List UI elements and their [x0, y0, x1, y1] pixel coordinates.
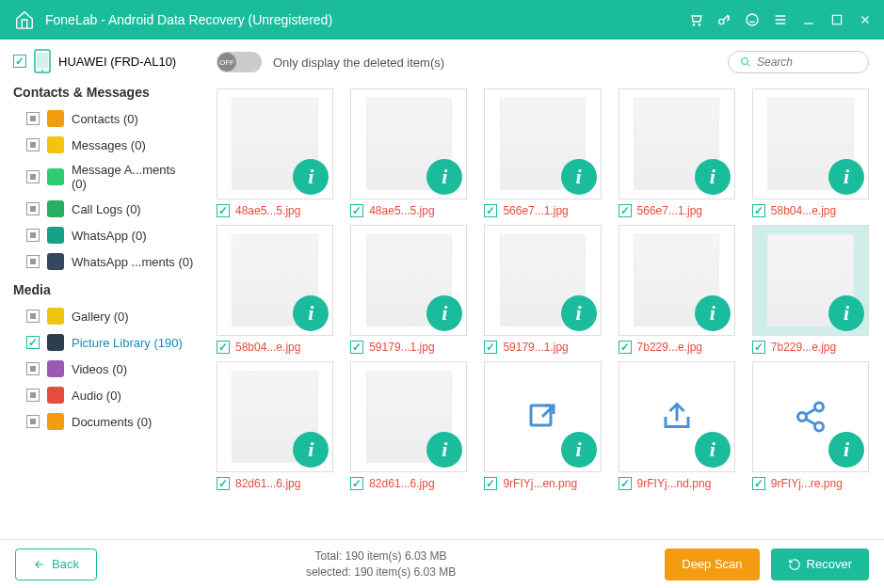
category-checkbox[interactable]	[26, 170, 40, 183]
thumbnail-checkbox[interactable]	[217, 477, 230, 490]
thumbnail-cell[interactable]: i58b04...e.jpg	[217, 225, 333, 354]
thumbnail-checkbox[interactable]	[484, 477, 497, 490]
info-badge-icon[interactable]: i	[695, 295, 731, 331]
device-checkbox[interactable]	[13, 55, 26, 68]
thumbnail-checkbox[interactable]	[752, 477, 765, 490]
thumbnail-checkbox[interactable]	[484, 341, 497, 354]
info-badge-icon[interactable]: i	[828, 432, 864, 468]
info-badge-icon[interactable]: i	[426, 432, 462, 468]
thumbnail-image[interactable]: i	[484, 361, 601, 472]
category-checkbox[interactable]	[26, 229, 40, 242]
thumbnail-cell[interactable]: i9rFIYj...nd.png	[619, 361, 735, 490]
category-checkbox[interactable]	[26, 389, 40, 402]
thumbnail-checkbox[interactable]	[619, 204, 632, 217]
maximize-icon[interactable]	[829, 12, 844, 27]
info-badge-icon[interactable]: i	[695, 432, 731, 468]
category-row[interactable]: Documents (0)	[13, 408, 194, 435]
info-badge-icon[interactable]: i	[426, 159, 462, 195]
recover-button[interactable]: Recover	[771, 548, 869, 580]
thumbnail-image[interactable]: i	[752, 361, 869, 472]
category-checkbox[interactable]	[26, 362, 40, 375]
category-row[interactable]: Videos (0)	[13, 356, 194, 382]
thumbnail-image[interactable]: i	[752, 88, 869, 199]
thumbnail-checkbox[interactable]	[752, 341, 765, 354]
thumbnail-image[interactable]: i	[752, 225, 869, 336]
category-row[interactable]: Gallery (0)	[13, 303, 194, 329]
thumbnail-image[interactable]: i	[619, 225, 735, 336]
category-row[interactable]: WhatsApp ...ments (0)	[13, 248, 194, 275]
info-badge-icon[interactable]: i	[828, 295, 864, 331]
category-row[interactable]: Message A...ments (0)	[13, 158, 194, 196]
thumbnail-image[interactable]: i	[217, 88, 333, 199]
thumbnail-cell[interactable]: i59179...1.jpg	[484, 225, 601, 354]
category-checkbox[interactable]	[26, 138, 40, 151]
thumbnail-checkbox[interactable]	[752, 204, 765, 217]
thumbnail-cell[interactable]: i566e7...1.jpg	[484, 88, 601, 217]
category-row[interactable]: Call Logs (0)	[13, 196, 194, 222]
thumbnail-label-row: 82d61...6.jpg	[350, 477, 467, 490]
thumbnail-checkbox[interactable]	[350, 341, 363, 354]
category-checkbox[interactable]	[26, 255, 40, 268]
cart-icon[interactable]	[688, 12, 703, 27]
thumbnail-cell[interactable]: i59179...1.jpg	[350, 225, 467, 354]
info-badge-icon[interactable]: i	[695, 159, 731, 195]
category-row[interactable]: Messages (0)	[13, 132, 194, 158]
minimize-icon[interactable]	[801, 12, 816, 27]
thumbnail-image[interactable]: i	[217, 225, 333, 336]
category-checkbox[interactable]	[26, 310, 40, 323]
category-row[interactable]: Picture Library (190)	[13, 329, 194, 356]
key-icon[interactable]	[716, 12, 731, 27]
thumbnail-image[interactable]: i	[350, 225, 467, 336]
thumbnail-checkbox[interactable]	[350, 477, 363, 490]
thumbnail-checkbox[interactable]	[217, 204, 230, 217]
info-badge-icon[interactable]: i	[426, 295, 462, 331]
thumbnail-checkbox[interactable]	[350, 204, 363, 217]
thumbnail-cell[interactable]: i9rFIYj...re.png	[752, 361, 869, 490]
thumbnail-cell[interactable]: i566e7...1.jpg	[619, 88, 735, 217]
feedback-icon[interactable]	[745, 12, 760, 27]
info-badge-icon[interactable]: i	[293, 295, 329, 331]
info-badge-icon[interactable]: i	[293, 432, 329, 468]
deleted-filter-toggle[interactable]: OFF	[217, 52, 262, 72]
category-row[interactable]: Contacts (0)	[13, 105, 194, 132]
thumbnail-cell[interactable]: i7b229...e.jpg	[752, 225, 869, 354]
category-checkbox[interactable]	[26, 415, 40, 428]
category-icon	[47, 110, 64, 127]
thumbnail-image[interactable]: i	[619, 88, 735, 199]
thumbnail-cell[interactable]: i7b229...e.jpg	[619, 225, 735, 354]
thumbnail-cell[interactable]: i82d61...6.jpg	[217, 361, 333, 490]
thumbnail-image[interactable]: i	[619, 361, 735, 472]
thumbnail-cell[interactable]: i9rFIYj...en.png	[484, 361, 601, 490]
thumbnail-cell[interactable]: i48ae5...5.jpg	[350, 88, 467, 217]
back-button[interactable]: Back	[15, 548, 97, 580]
close-icon[interactable]	[858, 12, 873, 27]
category-checkbox[interactable]	[26, 336, 40, 349]
thumbnail-image[interactable]: i	[484, 225, 601, 336]
search-box[interactable]	[728, 51, 869, 73]
device-row[interactable]: HUAWEI (FRD-AL10)	[13, 49, 194, 73]
thumbnail-image[interactable]: i	[350, 88, 467, 199]
thumbnail-checkbox[interactable]	[484, 204, 497, 217]
category-checkbox[interactable]	[26, 112, 40, 125]
thumbnail-cell[interactable]: i82d61...6.jpg	[350, 361, 467, 490]
info-badge-icon[interactable]: i	[828, 159, 864, 195]
category-checkbox[interactable]	[26, 202, 40, 215]
home-icon[interactable]	[11, 7, 38, 33]
info-badge-icon[interactable]: i	[561, 432, 597, 468]
thumbnail-cell[interactable]: i48ae5...5.jpg	[217, 88, 333, 217]
thumbnail-cell[interactable]: i58b04...e.jpg	[752, 88, 869, 217]
thumbnail-image[interactable]: i	[484, 88, 601, 199]
info-badge-icon[interactable]: i	[293, 159, 329, 195]
search-input[interactable]	[757, 56, 857, 69]
thumbnail-image[interactable]: i	[217, 361, 333, 472]
thumbnail-checkbox[interactable]	[619, 341, 632, 354]
menu-icon[interactable]	[773, 12, 788, 27]
deep-scan-button[interactable]: Deep Scan	[665, 548, 759, 580]
thumbnail-checkbox[interactable]	[619, 477, 632, 490]
category-row[interactable]: Audio (0)	[13, 382, 194, 408]
category-row[interactable]: WhatsApp (0)	[13, 222, 194, 248]
info-badge-icon[interactable]: i	[561, 295, 597, 331]
thumbnail-image[interactable]: i	[350, 361, 467, 472]
info-badge-icon[interactable]: i	[561, 159, 597, 195]
thumbnail-checkbox[interactable]	[217, 341, 230, 354]
